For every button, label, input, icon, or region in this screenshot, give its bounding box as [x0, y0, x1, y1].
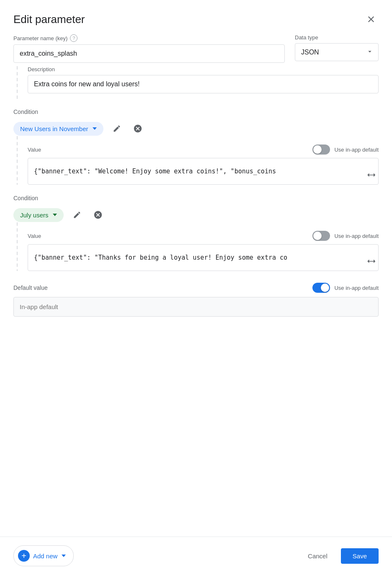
add-new-button[interactable]: + Add new [13, 545, 74, 566]
data-type-col: Data type JSON String Number Boolean [295, 34, 379, 61]
condition-2-label: Condition [13, 195, 379, 201]
condition-1-toggle-label: Use in-app default [334, 147, 379, 153]
condition-2-row: July users [13, 207, 379, 222]
condition-1-value-row: Value Use in-app default [28, 144, 379, 155]
add-new-arrow-icon [62, 555, 66, 557]
chip-1-arrow-icon [93, 127, 97, 130]
condition-2-edit-button[interactable] [70, 207, 85, 222]
footer-right: Cancel Save [299, 548, 379, 564]
chip-2-arrow-icon [53, 214, 57, 216]
condition-2-value-box: {"banner_text": "Thanks for being a loya… [28, 244, 379, 271]
param-name-input[interactable] [13, 44, 285, 63]
add-circle-icon: + [18, 550, 30, 562]
condition-1-value-label: Value [28, 147, 41, 153]
param-name-col: Parameter name (key) ? [13, 34, 285, 63]
condition-2-remove-button[interactable] [90, 207, 106, 222]
default-toggle-group: Use in-app default [312, 283, 379, 293]
description-label: Description [28, 66, 379, 72]
default-value-section: Default value Use in-app default [13, 283, 379, 317]
default-toggle-label: Use in-app default [334, 285, 379, 291]
description-section: Description [13, 66, 379, 100]
close-button[interactable] [364, 12, 379, 27]
dialog-header: Edit parameter [0, 0, 392, 34]
default-value-input[interactable] [13, 297, 379, 317]
param-type-row: Parameter name (key) ? Data type JSON St… [13, 34, 379, 63]
param-name-label: Parameter name (key) ? [13, 34, 285, 42]
condition-2-value-label: Value [28, 233, 41, 239]
condition-2-value-row: Value Use in-app default [28, 231, 379, 241]
default-value-row: Default value Use in-app default [13, 283, 379, 293]
description-field: Description [28, 66, 379, 93]
dashed-divider-2 [17, 222, 18, 271]
data-type-select-wrapper: JSON String Number Boolean [295, 43, 379, 61]
condition-1-value-box: {"banner_text": "Welcome! Enjoy some ext… [28, 158, 379, 185]
default-value-label: Default value [13, 284, 48, 291]
condition-2-value-content: Value Use in-app default {"banner_text":… [28, 222, 379, 271]
data-type-label: Data type [295, 34, 379, 41]
default-toggle[interactable] [312, 283, 330, 293]
condition-2-toggle-label: Use in-app default [334, 233, 379, 239]
condition-1-chip[interactable]: New Users in November [13, 122, 103, 136]
condition-2-value-section: Value Use in-app default {"banner_text":… [13, 222, 379, 271]
condition-1-edit-button[interactable] [109, 121, 124, 136]
condition-1-row: New Users in November [13, 121, 379, 136]
save-button[interactable]: Save [341, 548, 379, 564]
condition-1-value-content: Value Use in-app default {"banner_text":… [28, 136, 379, 185]
edit-parameter-dialog: Edit parameter Parameter name (key) ? Da… [0, 0, 392, 578]
default-toggle-thumb [321, 284, 329, 292]
condition-2-chip[interactable]: July users [13, 208, 64, 222]
data-type-select[interactable]: JSON String Number Boolean [295, 43, 379, 61]
dialog-body: Parameter name (key) ? Data type JSON St… [0, 34, 392, 537]
condition-1-label: Condition [13, 108, 379, 115]
condition-1-value-section: Value Use in-app default {"banner_text":… [13, 136, 379, 185]
description-input[interactable] [28, 75, 379, 93]
cancel-button[interactable]: Cancel [299, 548, 336, 564]
dialog-title: Edit parameter [13, 13, 85, 26]
condition-block-1: Condition New Users in November V [13, 108, 379, 185]
condition-block-2: Condition July users Value [13, 195, 379, 271]
dashed-divider [17, 66, 18, 100]
condition-1-toggle-thumb [313, 145, 322, 154]
condition-2-value-text[interactable]: {"banner_text": "Thanks for being a loya… [28, 244, 379, 271]
dialog-footer: + Add new Cancel Save [0, 537, 392, 578]
dashed-divider-1 [17, 136, 18, 185]
condition-2-toggle-group: Use in-app default [312, 231, 379, 241]
condition-1-toggle[interactable] [312, 144, 330, 155]
help-icon[interactable]: ? [70, 34, 77, 42]
condition-2-toggle-thumb [313, 232, 322, 240]
condition-1-toggle-group: Use in-app default [312, 144, 379, 155]
condition-1-remove-button[interactable] [130, 121, 145, 136]
condition-2-toggle[interactable] [312, 231, 330, 241]
description-content: Description [28, 66, 379, 100]
condition-1-value-text[interactable]: {"banner_text": "Welcome! Enjoy some ext… [28, 158, 379, 185]
